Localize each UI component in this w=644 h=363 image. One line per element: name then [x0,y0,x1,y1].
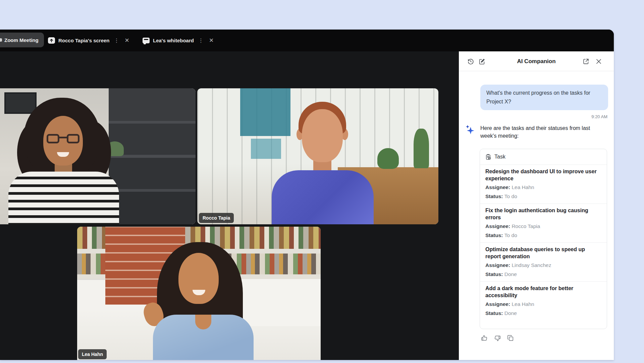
status-label: Status: [485,271,503,277]
video-tile-rocco-tapia[interactable]: Rocco Tapia [197,88,438,224]
assignee-value: Lea Hahn [512,301,534,307]
task-clipboard-icon [485,154,491,160]
thumbs-down-icon[interactable] [493,334,501,342]
tab-close-icon[interactable]: ✕ [124,37,130,44]
video-camera-icon [0,38,2,42]
status-value: Done [504,310,517,316]
zoom-meeting-window: Zoom Meeting Rocco Tapia's screen ⋮ ✕ Le… [0,30,614,360]
video-tile-participant-1[interactable]: ez [0,88,196,224]
video-feed [77,227,321,360]
tab-close-icon[interactable]: ✕ [208,37,215,44]
assignee-value: Rocco Tapia [512,223,540,229]
task-card: Task Redesign the dashboard UI to improv… [480,149,607,329]
status-value: Done [504,271,517,277]
task-row: Redesign the dashboard UI to improve use… [480,165,607,204]
pop-out-icon[interactable] [582,57,590,66]
tab-label: Zoom Meeting [4,37,39,43]
assignee-label: Assignee: [485,184,510,190]
feedback-row [480,334,515,342]
assignee-label: Assignee: [485,262,510,268]
assignee-label: Assignee: [485,301,510,307]
message-timestamp: 9:20 AM [591,114,607,119]
task-row: Optimize database queries to speed up re… [480,243,607,282]
tab-bar: Zoom Meeting Rocco Tapia's screen ⋮ ✕ Le… [0,30,614,51]
ai-companion-sparkle-icon [465,125,475,134]
status-label: Status: [485,232,503,238]
ai-companion-panel: AI Companion [459,51,614,360]
task-title: Fix the login authentication bug causing… [485,207,601,221]
status-label: Status: [485,193,503,199]
tab-label: Lea's whiteboard [153,38,194,43]
task-title: Add a dark mode feature for better acces… [485,285,601,299]
participant-name-tag: Rocco Tapia [199,213,234,223]
status-value: To do [504,193,517,199]
task-title: Optimize database queries to speed up re… [485,246,601,260]
task-title: Redesign the dashboard UI to improve use… [485,168,601,182]
tab-lea-whiteboard[interactable]: Lea's whiteboard ⋮ ✕ [143,30,215,51]
new-chat-icon[interactable] [478,57,486,66]
tab-rocco-screen[interactable]: Rocco Tapia's screen ⋮ ✕ [48,30,130,51]
video-feed [0,88,196,224]
whiteboard-icon [143,38,150,43]
user-message-bubble: What's the current progress on the tasks… [480,85,608,110]
assignee-value: Lea Hahn [512,184,534,190]
task-row: Fix the login authentication bug causing… [480,204,607,243]
video-feed [197,88,438,224]
task-card-header: Task [480,149,607,165]
tab-zoom-meeting[interactable]: Zoom Meeting [0,33,44,47]
ai-response-text: Here are the tasks and their statuses fr… [480,124,608,140]
desktop: Zoom Meeting Rocco Tapia's screen ⋮ ✕ Le… [0,0,644,363]
assignee-label: Assignee: [485,223,510,229]
video-tile-lea-hahn[interactable]: Lea Hahn [77,227,321,360]
tab-label: Rocco Tapia's screen [58,38,110,43]
tab-menu-icon[interactable]: ⋮ [113,37,120,44]
copy-icon[interactable] [506,334,515,342]
video-grid: ez Rocco Tapia [0,51,459,360]
participant-name-tag: Lea Hahn [78,349,107,359]
status-label: Status: [485,310,503,316]
assignee-value: Lindsay Sanchez [512,262,551,268]
thumbs-up-icon[interactable] [480,334,488,342]
status-value: To do [504,232,517,238]
tab-menu-icon[interactable]: ⋮ [197,37,205,44]
history-icon[interactable] [466,57,475,66]
close-panel-icon[interactable] [594,57,603,66]
ai-panel-header: AI Companion [459,51,614,71]
share-screen-icon [48,37,55,44]
task-card-title: Task [494,154,505,160]
task-row: Add a dark mode feature for better acces… [480,282,607,320]
